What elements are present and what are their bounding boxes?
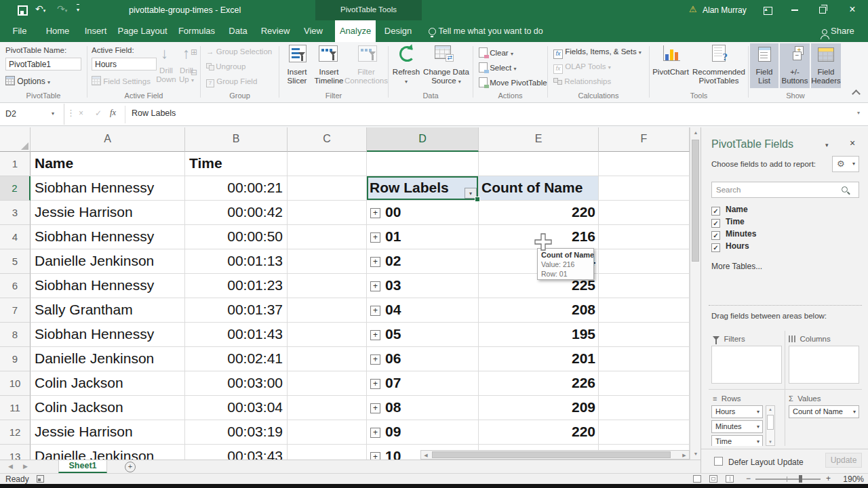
pivottable-name-input[interactable] xyxy=(5,58,81,70)
cell-B8[interactable]: 00:01:43 xyxy=(185,323,288,347)
checkbox-checked-icon[interactable]: ✓ xyxy=(711,219,720,228)
options-button[interactable]: Options ▾ xyxy=(5,76,50,86)
rows-field-minutes[interactable]: Minutes▾ xyxy=(711,420,763,433)
cell-C7[interactable] xyxy=(288,298,367,323)
ribbon-display-options-button[interactable] xyxy=(756,0,779,20)
cell-F10[interactable] xyxy=(599,371,690,396)
close-button[interactable]: × xyxy=(841,0,864,20)
select-all-corner[interactable] xyxy=(0,127,31,152)
cell-E8[interactable]: 195 xyxy=(479,323,599,347)
clear-button[interactable]: Clear ▾ xyxy=(479,47,513,58)
select-button[interactable]: Select ▾ xyxy=(479,62,516,73)
cell-C10[interactable] xyxy=(288,371,367,396)
checkbox-checked-icon[interactable]: ✓ xyxy=(711,231,720,240)
zoom-level[interactable]: 190% xyxy=(837,474,864,484)
drill-down-button[interactable]: ↓ xyxy=(161,45,168,62)
cell-C6[interactable] xyxy=(288,274,367,298)
row-header-5[interactable]: 5 xyxy=(0,249,31,274)
values-field-count-of-name[interactable]: Count of Name▾ xyxy=(789,405,859,418)
insert-timeline-button[interactable] xyxy=(319,45,338,64)
cell-C3[interactable] xyxy=(288,201,367,225)
checkbox-checked-icon[interactable]: ✓ xyxy=(711,207,720,216)
cell-C13[interactable] xyxy=(288,445,367,460)
cell-E1[interactable] xyxy=(479,152,599,176)
cell-F8[interactable] xyxy=(599,323,690,347)
tab-review[interactable]: Review xyxy=(258,20,293,42)
enter-icon[interactable]: ✓ xyxy=(95,108,102,118)
tab-file[interactable]: File xyxy=(7,20,33,42)
row-header-11[interactable]: 11 xyxy=(0,396,31,420)
tab-view[interactable]: View xyxy=(298,20,328,42)
view-page-break-icon[interactable] xyxy=(726,475,734,483)
name-box[interactable]: D2 ▾ xyxy=(0,104,64,125)
zoom-in-button[interactable]: + xyxy=(826,474,831,483)
cell-D10[interactable]: +07 xyxy=(367,371,479,396)
rows-field-hours[interactable]: Hours▾ xyxy=(711,405,763,418)
cell-D8[interactable]: +05 xyxy=(367,323,479,347)
cell-D12[interactable]: +09 xyxy=(367,420,479,445)
pane-options-icon[interactable]: ▾ xyxy=(825,142,829,148)
row-header-2[interactable]: 2 xyxy=(0,176,31,201)
relationships-button[interactable]: Relationships xyxy=(553,77,611,85)
search-box[interactable] xyxy=(711,182,859,198)
view-normal-icon[interactable] xyxy=(693,475,701,483)
cell-F7[interactable] xyxy=(599,298,690,323)
row-header-12[interactable]: 12 xyxy=(0,420,31,445)
horizontal-scrollbar[interactable]: ◀ ▶ xyxy=(420,450,690,460)
cell-D5[interactable]: +02 xyxy=(367,249,479,274)
expand-button[interactable]: + xyxy=(370,330,380,340)
tell-me-box[interactable]: Tell me what you want to do xyxy=(429,20,564,42)
scroll-up-arrow[interactable]: ▲ xyxy=(690,130,701,135)
field-checkbox-item-minutes[interactable]: ✓Minutes xyxy=(711,229,854,241)
minimize-button[interactable] xyxy=(783,0,806,20)
group-selection-button[interactable]: → Group Selection xyxy=(206,47,272,56)
row-header-8[interactable]: 8 xyxy=(0,323,31,347)
cell-A5[interactable]: Danielle Jenkinson xyxy=(31,249,185,274)
cancel-icon[interactable]: × xyxy=(79,108,83,118)
refresh-button[interactable] xyxy=(399,46,415,64)
cell-A10[interactable]: Colin Jackson xyxy=(31,371,185,396)
cell-A4[interactable]: Siobhan Hennessy xyxy=(31,225,185,249)
cell-D4[interactable]: +01 xyxy=(367,225,479,249)
field-checkbox-item-name[interactable]: ✓Name xyxy=(711,205,854,217)
cell-C11[interactable] xyxy=(288,396,367,420)
formula-bar-expand-icon[interactable]: ▾ xyxy=(857,110,860,116)
expand-button[interactable]: + xyxy=(370,306,380,316)
cell-D3[interactable]: +00 xyxy=(367,201,479,225)
defer-layout-checkbox[interactable] xyxy=(714,457,723,466)
cell-F1[interactable] xyxy=(599,152,690,176)
cell-A12[interactable]: Jessie Harrison xyxy=(31,420,185,445)
cell-B13[interactable]: 00:03:43 xyxy=(185,445,288,460)
pane-close-icon[interactable]: × xyxy=(850,138,855,148)
row-header-3[interactable]: 3 xyxy=(0,201,31,225)
cell-B12[interactable]: 00:03:19 xyxy=(185,420,288,445)
cell-A2[interactable]: Siobhan Hennessy xyxy=(31,176,185,201)
dropdown-arrow-icon[interactable]: ▾ xyxy=(757,406,760,418)
cell-E11[interactable]: 209 xyxy=(479,396,599,420)
tab-formulas[interactable]: Formulas xyxy=(174,20,220,42)
tab-data[interactable]: Data xyxy=(224,20,252,42)
cell-F4[interactable] xyxy=(599,225,690,249)
change-data-source-button[interactable]: ⇄ xyxy=(435,45,451,62)
expand-button[interactable]: + xyxy=(370,403,380,413)
pivot-row-labels-header[interactable]: Row Labels▾ xyxy=(367,176,479,201)
row-header-6[interactable]: 6 xyxy=(0,274,31,298)
name-box-dropdown-icon[interactable]: ▾ xyxy=(52,110,54,117)
rows-scroll-down[interactable]: ▼ xyxy=(766,440,774,444)
cell-B1[interactable]: Time xyxy=(185,152,288,176)
cell-A13[interactable]: Danielle Jenkinson xyxy=(31,445,185,460)
dropdown-arrow-icon[interactable]: ▾ xyxy=(757,421,760,432)
cell-E7[interactable]: 208 xyxy=(479,298,599,323)
cell-F11[interactable] xyxy=(599,396,690,420)
filters-drop-area[interactable] xyxy=(711,346,782,384)
cell-C8[interactable] xyxy=(288,323,367,347)
ungroup-button[interactable]: Ungroup xyxy=(206,62,245,70)
active-field-input[interactable] xyxy=(92,58,157,70)
cell-D9[interactable]: +06 xyxy=(367,347,479,371)
view-page-layout-icon[interactable] xyxy=(709,475,717,483)
cell-F2[interactable] xyxy=(599,176,690,201)
pivot-values-header[interactable]: Count of Name xyxy=(479,176,599,201)
rows-area-scrollbar[interactable]: ▲ ▼ xyxy=(766,405,775,446)
scroll-down-arrow[interactable]: ▼ xyxy=(690,451,701,456)
expand-button[interactable]: + xyxy=(370,257,380,267)
